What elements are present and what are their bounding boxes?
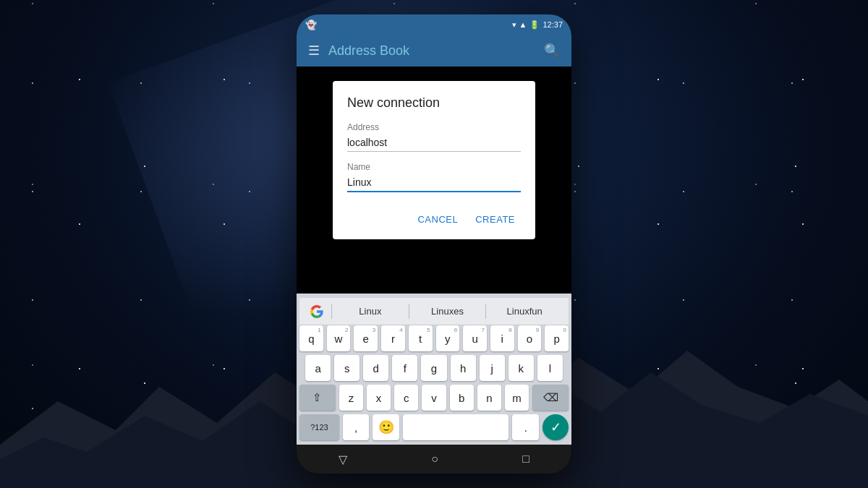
key-z[interactable]: z xyxy=(339,385,363,411)
key-d[interactable]: d xyxy=(363,355,388,381)
key-n[interactable]: n xyxy=(477,385,501,411)
key-a[interactable]: a xyxy=(305,355,331,381)
keyboard-row-2: a s d f g h j k l xyxy=(299,355,569,381)
key-x[interactable]: x xyxy=(367,385,391,411)
time-display: 12:37 xyxy=(542,20,563,29)
key-m[interactable]: m xyxy=(505,385,529,411)
back-button[interactable]: ▽ xyxy=(339,453,347,466)
key-numbers[interactable]: ?123 xyxy=(299,414,339,440)
phone-frame: 👻 ▾ ▲ 🔋 12:37 ☰ Address Book 🔍 Tap + to … xyxy=(297,14,571,474)
key-y[interactable]: 6y xyxy=(436,325,460,351)
dialog-title: New connection xyxy=(347,95,521,111)
key-o[interactable]: 9o xyxy=(518,325,542,351)
key-space[interactable] xyxy=(403,414,509,440)
key-e[interactable]: 3e xyxy=(354,325,378,351)
search-icon[interactable]: 🔍 xyxy=(544,43,560,59)
menu-icon[interactable]: ☰ xyxy=(308,43,320,59)
key-b[interactable]: b xyxy=(450,385,474,411)
key-emoji[interactable]: 🙂 xyxy=(373,414,399,440)
key-enter[interactable]: ✓ xyxy=(542,414,569,440)
key-i[interactable]: 8i xyxy=(490,325,514,351)
key-t[interactable]: 5t xyxy=(409,325,433,351)
keyboard: Linux Linuxes Linuxfun 1q 2w 3e 4r 5t 6y… xyxy=(297,294,571,445)
wifi-icon: ▾ xyxy=(512,20,516,30)
signal-icon: ▲ xyxy=(519,20,527,29)
suggestion-linuxes[interactable]: Linuxes xyxy=(409,303,486,320)
keyboard-row-3: ⇧ z x c v b n m ⌫ xyxy=(299,385,569,411)
new-connection-dialog: New connection Address Name CANCEL CREAT… xyxy=(333,81,535,239)
key-r[interactable]: 4r xyxy=(381,325,405,351)
key-s[interactable]: s xyxy=(334,355,359,381)
app-bar: ☰ Address Book 🔍 xyxy=(297,35,571,67)
battery-icon: 🔋 xyxy=(529,20,540,30)
key-c[interactable]: c xyxy=(394,385,418,411)
key-v[interactable]: v xyxy=(422,385,446,411)
key-backspace[interactable]: ⌫ xyxy=(532,385,569,411)
key-w[interactable]: 2w xyxy=(327,325,351,351)
keyboard-row-4: ?123 , 🙂 . ✓ xyxy=(299,414,569,440)
address-input[interactable] xyxy=(347,134,521,152)
key-period[interactable]: . xyxy=(512,414,539,440)
key-p[interactable]: 0p xyxy=(545,325,569,351)
recent-apps-button[interactable]: □ xyxy=(522,453,529,466)
key-k[interactable]: k xyxy=(509,355,534,381)
name-label: Name xyxy=(347,162,521,172)
name-input[interactable] xyxy=(347,174,521,192)
status-bar: 👻 ▾ ▲ 🔋 12:37 xyxy=(297,14,571,35)
suggestion-linuxfun[interactable]: Linuxfun xyxy=(486,303,563,320)
suggestion-linux[interactable]: Linux xyxy=(332,303,409,320)
dialog-actions: CANCEL CREATE xyxy=(347,208,521,231)
address-label: Address xyxy=(347,122,521,132)
create-button[interactable]: CREATE xyxy=(469,208,521,231)
cancel-button[interactable]: CANCEL xyxy=(412,208,464,231)
key-u[interactable]: 7u xyxy=(463,325,487,351)
dialog-overlay: New connection Address Name CANCEL CREAT… xyxy=(297,67,571,294)
suggestions-bar: Linux Linuxes Linuxfun xyxy=(299,298,569,325)
app-content-area: Tap + to add a new connection to the SSH… xyxy=(297,67,571,294)
key-comma[interactable]: , xyxy=(343,414,370,440)
key-h[interactable]: h xyxy=(451,355,476,381)
key-q[interactable]: 1q xyxy=(299,325,323,351)
key-shift[interactable]: ⇧ xyxy=(299,385,336,411)
keyboard-row-1: 1q 2w 3e 4r 5t 6y 7u 8i 9o 0p xyxy=(299,325,569,351)
app-title: Address Book xyxy=(328,43,535,59)
key-l[interactable]: l xyxy=(537,355,563,381)
ghost-icon: 👻 xyxy=(305,20,317,30)
home-button[interactable]: ○ xyxy=(431,453,438,466)
nav-bar: ▽ ○ □ xyxy=(297,445,571,474)
google-logo xyxy=(305,305,328,318)
key-f[interactable]: f xyxy=(392,355,417,381)
key-j[interactable]: j xyxy=(480,355,505,381)
key-g[interactable]: g xyxy=(421,355,446,381)
